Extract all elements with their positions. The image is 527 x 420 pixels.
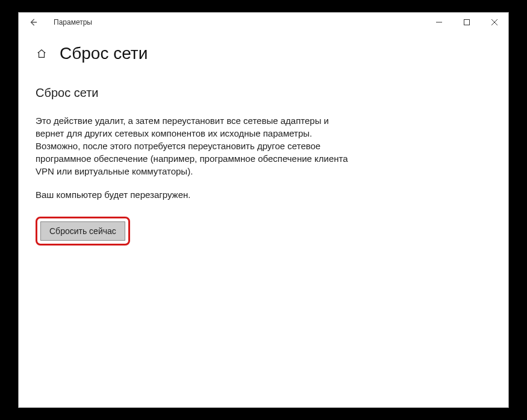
restart-note: Ваш компьютер будет перезагружен. xyxy=(36,188,349,201)
home-button[interactable] xyxy=(36,48,48,60)
reset-now-button[interactable]: Сбросить сейчас xyxy=(40,221,125,241)
svg-rect-0 xyxy=(464,20,470,25)
titlebar: Параметры xyxy=(19,13,508,32)
home-icon xyxy=(36,48,47,59)
reset-button-highlight: Сбросить сейчас xyxy=(36,217,130,246)
window-controls xyxy=(425,13,508,32)
content-area: Сброс сети Сброс сети Это действие удали… xyxy=(19,32,508,407)
close-button[interactable] xyxy=(481,13,508,32)
close-icon xyxy=(491,19,497,25)
settings-window: Параметры xyxy=(18,12,509,408)
minimize-button[interactable] xyxy=(425,13,453,32)
maximize-button[interactable] xyxy=(453,13,481,32)
page-title: Сброс сети xyxy=(60,44,148,63)
window-title: Параметры xyxy=(54,18,92,26)
description-text: Это действие удалит, а затем переустанов… xyxy=(36,114,349,178)
back-button[interactable] xyxy=(23,13,43,32)
minimize-icon xyxy=(436,19,442,25)
arrow-left-icon xyxy=(29,18,37,26)
maximize-icon xyxy=(464,19,470,25)
section-heading: Сброс сети xyxy=(36,86,491,100)
heading-row: Сброс сети xyxy=(36,44,491,63)
